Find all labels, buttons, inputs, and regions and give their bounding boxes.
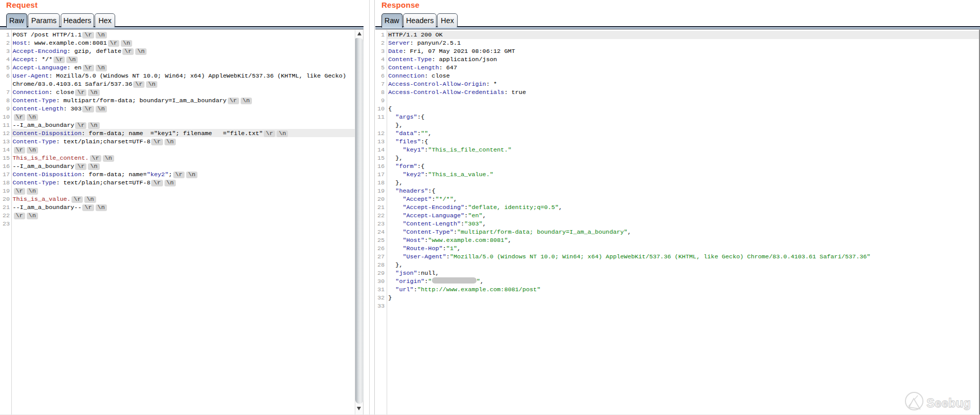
svg-text:Seebug: Seebug xyxy=(927,397,971,410)
